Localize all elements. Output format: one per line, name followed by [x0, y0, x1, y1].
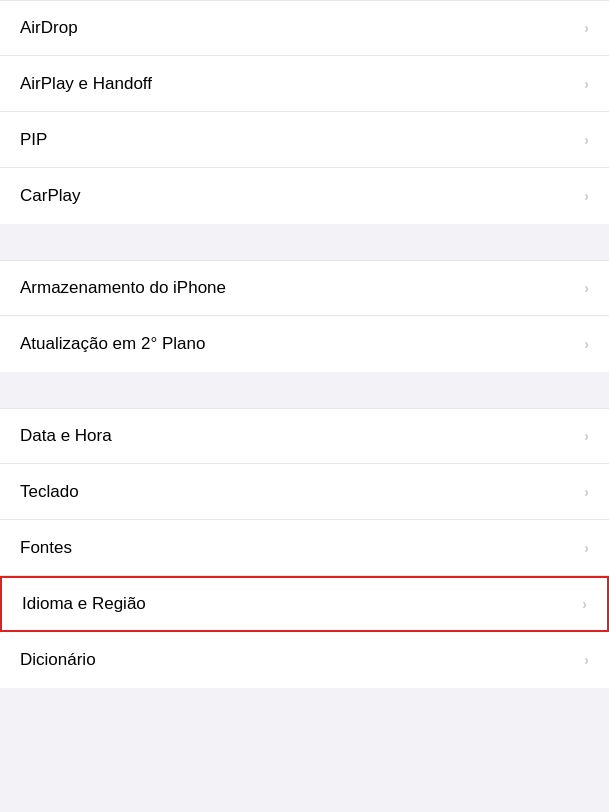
- chevron-icon-airdrop: ›: [584, 20, 589, 36]
- settings-row-armazenamento[interactable]: Armazenamento do iPhone›: [0, 260, 609, 316]
- settings-group-group1: AirDrop›AirPlay e Handoff›PIP›CarPlay›: [0, 0, 609, 224]
- label-teclado: Teclado: [20, 482, 79, 502]
- label-carplay: CarPlay: [20, 186, 80, 206]
- label-data-hora: Data e Hora: [20, 426, 112, 446]
- settings-group-group3: Data e Hora›Teclado›Fontes›Idioma e Regi…: [0, 408, 609, 688]
- label-dicionario: Dicionário: [20, 650, 96, 670]
- chevron-icon-dicionario: ›: [584, 652, 589, 668]
- settings-group-group2: Armazenamento do iPhone›Atualização em 2…: [0, 260, 609, 372]
- settings-list: AirDrop›AirPlay e Handoff›PIP›CarPlay›Ar…: [0, 0, 609, 688]
- section-divider-0: [0, 224, 609, 260]
- chevron-icon-teclado: ›: [584, 484, 589, 500]
- settings-row-idioma-regiao[interactable]: Idioma e Região›: [0, 576, 609, 632]
- label-airplay-handoff: AirPlay e Handoff: [20, 74, 152, 94]
- chevron-icon-atualizacao: ›: [584, 336, 589, 352]
- chevron-icon-carplay: ›: [584, 188, 589, 204]
- label-atualizacao: Atualização em 2° Plano: [20, 334, 205, 354]
- settings-row-teclado[interactable]: Teclado›: [0, 464, 609, 520]
- label-armazenamento: Armazenamento do iPhone: [20, 278, 226, 298]
- chevron-icon-airplay-handoff: ›: [584, 76, 589, 92]
- label-pip: PIP: [20, 130, 47, 150]
- settings-row-atualizacao[interactable]: Atualização em 2° Plano›: [0, 316, 609, 372]
- chevron-icon-idioma-regiao: ›: [582, 596, 587, 612]
- settings-row-data-hora[interactable]: Data e Hora›: [0, 408, 609, 464]
- settings-row-airplay-handoff[interactable]: AirPlay e Handoff›: [0, 56, 609, 112]
- section-divider-1: [0, 372, 609, 408]
- settings-row-fontes[interactable]: Fontes›: [0, 520, 609, 576]
- settings-row-carplay[interactable]: CarPlay›: [0, 168, 609, 224]
- label-fontes: Fontes: [20, 538, 72, 558]
- settings-row-pip[interactable]: PIP›: [0, 112, 609, 168]
- chevron-icon-data-hora: ›: [584, 428, 589, 444]
- chevron-icon-pip: ›: [584, 132, 589, 148]
- label-airdrop: AirDrop: [20, 18, 78, 38]
- label-idioma-regiao: Idioma e Região: [22, 594, 146, 614]
- settings-row-airdrop[interactable]: AirDrop›: [0, 0, 609, 56]
- chevron-icon-fontes: ›: [584, 540, 589, 556]
- settings-row-dicionario[interactable]: Dicionário›: [0, 632, 609, 688]
- chevron-icon-armazenamento: ›: [584, 280, 589, 296]
